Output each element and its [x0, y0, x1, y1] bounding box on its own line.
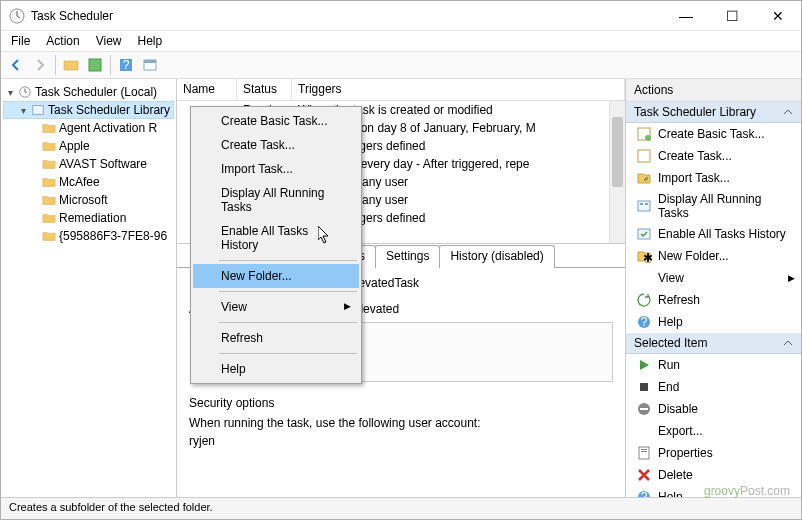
scrollbar-thumb[interactable]: [612, 117, 623, 187]
library-icon: [30, 103, 46, 117]
tree-root[interactable]: ▾ Task Scheduler (Local): [3, 83, 174, 101]
svg-rect-12: [638, 201, 650, 211]
svg-text:?: ?: [123, 58, 130, 72]
ctx-item[interactable]: Import Task...: [193, 157, 359, 181]
action-item[interactable]: Create Task...: [626, 145, 801, 167]
action-item[interactable]: Refresh: [626, 289, 801, 311]
menu-action[interactable]: Action: [40, 32, 85, 50]
ctx-new-folder[interactable]: New Folder...: [193, 264, 359, 288]
action-item[interactable]: Delete: [626, 464, 801, 486]
context-menu[interactable]: Create Basic Task...Create Task...Import…: [190, 106, 362, 384]
list-header[interactable]: Name Status Triggers: [177, 79, 625, 101]
app-window: Task Scheduler — ☐ ✕ File Action View He…: [0, 0, 802, 520]
action-item[interactable]: Run: [626, 354, 801, 376]
ctx-item[interactable]: Enable All Tasks History: [193, 219, 359, 257]
svg-rect-14: [645, 203, 648, 205]
folder-icon: [41, 121, 57, 135]
tab-settings[interactable]: Settings: [375, 245, 440, 268]
action-icon: [636, 379, 652, 395]
toolbar-folder-icon[interactable]: [60, 54, 82, 76]
ctx-item[interactable]: Display All Running Tasks: [193, 181, 359, 219]
svg-rect-8: [33, 106, 44, 115]
svg-rect-6: [144, 60, 156, 63]
menubar: File Action View Help: [1, 31, 801, 51]
svg-text:✱: ✱: [643, 251, 652, 264]
action-item[interactable]: Properties: [626, 442, 801, 464]
folder-icon: [41, 229, 57, 243]
ctx-item[interactable]: Create Basic Task...: [193, 109, 359, 133]
collapse-icon[interactable]: [783, 338, 793, 348]
main-body: ▾ Task Scheduler (Local) ▾ Task Schedule…: [1, 79, 801, 497]
action-item[interactable]: ?Help: [626, 311, 801, 333]
minimize-button[interactable]: —: [663, 1, 709, 31]
action-item[interactable]: View▶: [626, 267, 801, 289]
maximize-button[interactable]: ☐: [709, 1, 755, 31]
security-text: When running the task, use the following…: [189, 416, 613, 430]
action-item[interactable]: ✱New Folder...: [626, 245, 801, 267]
action-icon: [636, 445, 652, 461]
svg-point-10: [645, 135, 651, 141]
tree-panel[interactable]: ▾ Task Scheduler (Local) ▾ Task Schedule…: [1, 79, 177, 497]
expand-icon[interactable]: ▾: [5, 87, 15, 98]
tree-item[interactable]: McAfee: [3, 173, 174, 191]
collapse-icon[interactable]: [783, 107, 793, 117]
svg-rect-22: [640, 408, 648, 410]
action-item[interactable]: Enable All Tasks History: [626, 223, 801, 245]
toolbar-separator: [55, 55, 56, 75]
tree-library[interactable]: ▾ Task Scheduler Library: [3, 101, 174, 119]
menu-separator: [219, 322, 357, 323]
toolbar-help-icon[interactable]: ?: [115, 54, 137, 76]
ctx-view[interactable]: View▶: [193, 295, 359, 319]
action-icon: [636, 126, 652, 142]
app-icon: [9, 8, 25, 24]
toolbar-run-icon[interactable]: [84, 54, 106, 76]
toolbar-pane-icon[interactable]: [139, 54, 161, 76]
tree-item-label: Remediation: [59, 211, 126, 225]
tree-item-label: AVAST Software: [59, 157, 147, 171]
action-icon: [636, 148, 652, 164]
forward-button[interactable]: [29, 54, 51, 76]
tree-item[interactable]: {595886F3-7FE8-96: [3, 227, 174, 245]
action-item[interactable]: Create Basic Task...: [626, 123, 801, 145]
action-item[interactable]: Export...: [626, 420, 801, 442]
actions-section-library[interactable]: Task Scheduler Library: [626, 102, 801, 123]
tree-item[interactable]: Microsoft: [3, 191, 174, 209]
action-item[interactable]: Display All Running Tasks: [626, 189, 801, 223]
tree-item[interactable]: Agent Activation R: [3, 119, 174, 137]
action-icon: [636, 423, 652, 439]
tree-item-label: Agent Activation R: [59, 121, 157, 135]
folder-icon: [41, 175, 57, 189]
window-title: Task Scheduler: [31, 9, 663, 23]
titlebar: Task Scheduler — ☐ ✕: [1, 1, 801, 31]
tab-history[interactable]: History (disabled): [439, 245, 554, 268]
col-triggers[interactable]: Triggers: [292, 79, 625, 100]
actions-section-selected[interactable]: Selected Item: [626, 333, 801, 354]
menu-file[interactable]: File: [5, 32, 36, 50]
action-item[interactable]: Import Task...: [626, 167, 801, 189]
ctx-item[interactable]: Create Task...: [193, 133, 359, 157]
tree-item[interactable]: Apple: [3, 137, 174, 155]
tree-item[interactable]: Remediation: [3, 209, 174, 227]
col-status[interactable]: Status: [237, 79, 292, 100]
col-name[interactable]: Name: [177, 79, 237, 100]
svg-rect-2: [89, 59, 101, 71]
ctx-refresh[interactable]: Refresh: [193, 326, 359, 350]
back-button[interactable]: [5, 54, 27, 76]
action-icon: [636, 467, 652, 483]
action-icon: [636, 198, 652, 214]
ctx-help[interactable]: Help: [193, 357, 359, 381]
action-icon: [636, 226, 652, 242]
action-icon: ✱: [636, 248, 652, 264]
expand-icon[interactable]: ▾: [18, 105, 28, 116]
actions-panel: Actions Task Scheduler Library Create Ba…: [626, 79, 801, 497]
menu-view[interactable]: View: [90, 32, 128, 50]
folder-icon: [41, 193, 57, 207]
close-button[interactable]: ✕: [755, 1, 801, 31]
scrollbar[interactable]: [609, 101, 625, 243]
menu-separator: [219, 291, 357, 292]
action-item[interactable]: Disable: [626, 398, 801, 420]
tree-item[interactable]: AVAST Software: [3, 155, 174, 173]
menu-help[interactable]: Help: [132, 32, 169, 50]
action-item[interactable]: End: [626, 376, 801, 398]
svg-rect-1: [64, 61, 78, 70]
